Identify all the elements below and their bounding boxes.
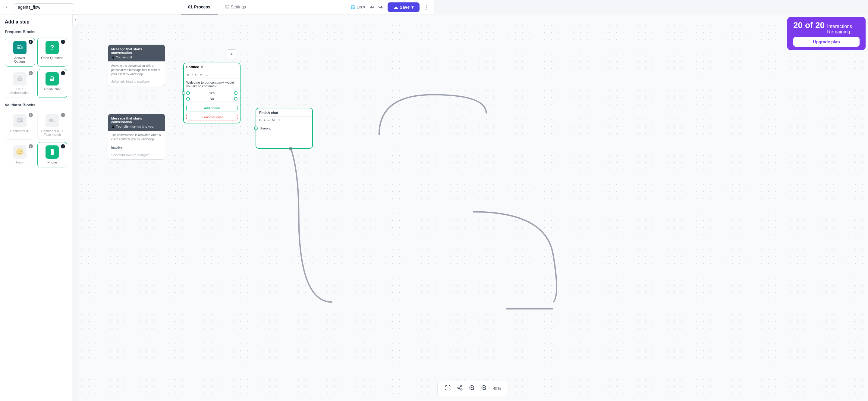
options-connector-in xyxy=(182,91,185,95)
block-document-id-face[interactable]: i Document ID + Face match xyxy=(37,111,67,140)
add-option-button[interactable]: Add option xyxy=(186,105,238,111)
svg-rect-0 xyxy=(17,45,22,46)
svg-point-6 xyxy=(19,79,21,80)
block-data-authorization[interactable]: i Data Authorization xyxy=(5,69,35,98)
document-id-face-icon xyxy=(45,114,59,127)
svg-point-15 xyxy=(53,119,56,121)
svg-rect-1 xyxy=(17,47,20,47)
bold-button[interactable]: B xyxy=(186,72,190,77)
finish-bold-button[interactable]: B xyxy=(258,118,262,123)
more-button[interactable]: ⋮ xyxy=(423,4,429,11)
flow-name-input[interactable] xyxy=(14,3,74,11)
start-node-1-footer: Select this block to configure xyxy=(108,79,165,86)
start-node-1-subheader: 📱 You send it xyxy=(111,56,162,59)
sidebar: Add a step Frequent Blocks i Answer Opti… xyxy=(0,14,72,201)
finish-node-title: Finish chat xyxy=(256,108,312,116)
block-data-auth-label: Data Authorization xyxy=(8,87,32,95)
whatsapp-icon: 📱 xyxy=(111,56,115,59)
info-badge-6: i xyxy=(61,113,65,117)
header: ← 01 Process 02 Settings 🌐 EN ▾ ↩ ↪ ☁ Sa… xyxy=(0,0,434,14)
options-node[interactable]: B I S M ☺ Welcome to our company, would … xyxy=(183,63,241,124)
svg-rect-5 xyxy=(19,76,21,78)
options-toolbar: B I S M ☺ xyxy=(184,71,240,79)
open-question-icon: ? xyxy=(45,41,59,54)
start-node-1-body: Activate the conversation with a persona… xyxy=(108,61,165,79)
svg-point-18 xyxy=(52,154,53,155)
strikethrough-button[interactable]: S xyxy=(194,72,198,77)
options-message: Welcome to our company, would you like t… xyxy=(186,81,238,88)
whatsapp-icon-2: 📱 xyxy=(111,125,115,128)
validator-blocks-grid: i Document ID i Doc xyxy=(5,111,67,167)
option-row-yes[interactable]: Yes xyxy=(186,90,238,96)
option-row-no[interactable]: No xyxy=(186,96,238,102)
header-right: 🌐 EN ▾ ↩ ↪ ☁ Save ▾ ⋮ xyxy=(350,2,429,12)
start-node-2-subheader: 📱 Your client sends it to you xyxy=(111,125,162,128)
svg-rect-11 xyxy=(21,120,22,120)
tab-settings[interactable]: 02 Settings xyxy=(218,0,253,14)
answer-options-icon xyxy=(13,41,27,54)
info-badge-2: i xyxy=(61,40,65,44)
finish-italic-button[interactable]: I xyxy=(264,118,266,123)
svg-rect-14 xyxy=(49,119,53,122)
option-yes-label: Yes xyxy=(209,91,215,95)
cloud-icon: ☁ xyxy=(394,5,398,10)
block-face[interactable]: i 😊 Face xyxy=(5,142,35,167)
start-node-1-header: Message that starts conversation 📱 You s… xyxy=(108,45,165,61)
svg-point-10 xyxy=(18,119,20,121)
language-button[interactable]: 🌐 EN ▾ xyxy=(350,5,365,9)
add-node-button[interactable]: + xyxy=(227,49,236,59)
block-document-id-face-label: Document ID + Face match xyxy=(41,129,64,136)
tab-process[interactable]: 01 Process xyxy=(181,0,218,14)
mono-button[interactable]: M xyxy=(199,72,203,77)
svg-rect-2 xyxy=(17,48,21,49)
emoji-button[interactable]: ☺ xyxy=(204,72,209,77)
finish-mono-button[interactable]: M xyxy=(271,118,275,123)
block-finish-chat-label: Finish Chat xyxy=(44,87,61,91)
finish-node[interactable]: Finish chat B I S M ☺ Thanks. xyxy=(255,108,313,149)
undo-redo-group: ↩ ↪ xyxy=(369,3,384,12)
document-id-icon xyxy=(13,114,27,127)
svg-rect-19 xyxy=(52,150,53,151)
info-badge: i xyxy=(29,40,33,44)
finish-strikethrough-button[interactable]: S xyxy=(267,118,270,123)
chevron-icon: ▾ xyxy=(363,5,365,9)
block-phone-label: Phone xyxy=(47,161,57,164)
save-button[interactable]: ☁ Save ▾ xyxy=(388,2,420,12)
canvas-background xyxy=(78,14,434,201)
another-case-button[interactable]: In another case xyxy=(186,114,238,121)
finish-connector-in xyxy=(254,127,258,130)
svg-rect-13 xyxy=(17,122,23,123)
sidebar-collapse-button[interactable]: ‹ xyxy=(72,14,78,25)
option-no-dot xyxy=(186,97,190,101)
finish-node-toolbar: B I S M ☺ xyxy=(256,116,312,124)
block-face-label: Face xyxy=(16,161,24,164)
italic-button[interactable]: I xyxy=(191,72,193,77)
block-open-question[interactable]: i ? Open Question xyxy=(37,38,67,67)
finish-chat-icon xyxy=(45,72,59,86)
options-node-title-input[interactable] xyxy=(184,63,240,71)
options-body: Welcome to our company, would you like t… xyxy=(184,79,240,104)
start-node-2[interactable]: Message that starts conversation 📱 Your … xyxy=(108,114,165,160)
start-node-1[interactable]: Message that starts conversation 📱 You s… xyxy=(108,44,165,86)
block-document-id[interactable]: i Document ID xyxy=(5,111,35,140)
info-badge-8: i xyxy=(61,144,65,148)
undo-button[interactable]: ↩ xyxy=(369,3,376,12)
face-icon: 😊 xyxy=(13,145,27,159)
start-node-2-body: The conversation is activated when a cli… xyxy=(108,131,165,152)
finish-emoji-button[interactable]: ☺ xyxy=(277,118,281,123)
block-finish-chat[interactable]: i Finish Chat xyxy=(37,69,67,98)
info-badge-4: i xyxy=(61,71,65,75)
block-answer-options-label: Answer Options xyxy=(8,56,32,63)
globe-icon: 🌐 xyxy=(350,5,355,9)
block-phone[interactable]: i Phone xyxy=(37,142,67,167)
svg-rect-17 xyxy=(51,149,53,153)
validator-blocks-title: Validator Blocks xyxy=(5,103,67,107)
block-answer-options[interactable]: i Answer Options xyxy=(5,38,35,67)
cursor-indicator xyxy=(289,147,292,151)
info-badge-3: i xyxy=(29,71,33,75)
redo-button[interactable]: ↪ xyxy=(377,3,384,12)
back-button[interactable]: ← xyxy=(5,4,10,10)
option-no-label: No xyxy=(210,97,214,101)
block-open-question-label: Open Question xyxy=(41,56,63,60)
option-yes-right-dot xyxy=(234,91,238,95)
